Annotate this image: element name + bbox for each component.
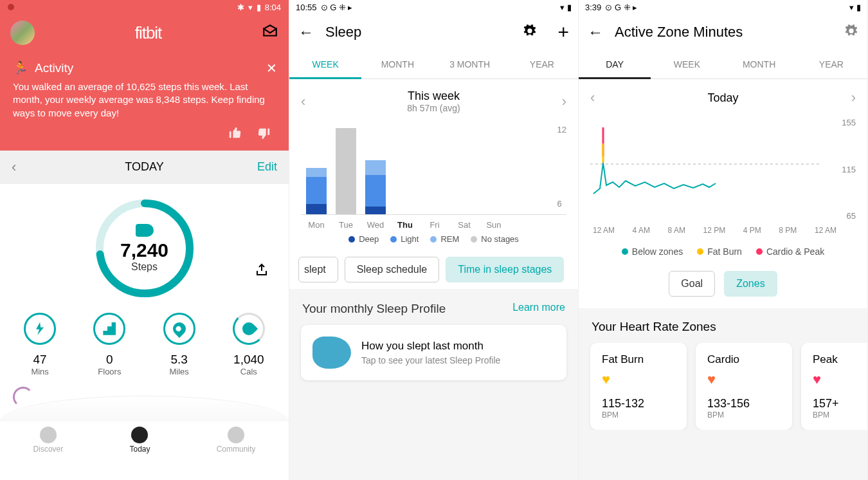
sleep-panel: 10:55 ⊙ G ⁜ ▸ ▾▮ ← Sleep + WEEK MONTH 3 … [289,0,579,480]
nav-community[interactable]: Community [217,427,256,454]
zone-card-cardio[interactable]: Cardio♥133-156BPM [696,343,792,430]
chevron-right-icon[interactable]: › [562,93,566,110]
status-time: 3:39 [585,3,601,12]
sleep-legend: Deep Light REM No stages [289,228,578,250]
today-label: TODAY [125,160,163,174]
whale-icon [312,337,351,369]
tab-week[interactable]: WEEK [289,50,361,78]
today-bar: ‹ TODAY Edit [0,151,289,184]
chip-goal[interactable]: Goal [669,271,715,297]
activity-card: 🏃 Activity ✕ You walked an average of 10… [0,51,289,151]
gear-icon[interactable] [523,24,537,41]
battery-icon: ▮ [856,3,861,12]
profile-section-header: Your monthly Sleep Profile Learn more [289,289,578,325]
back-arrow-icon[interactable]: ← [588,23,603,41]
tab-month[interactable]: MONTH [723,50,795,78]
heart-rate-chart[interactable]: 15511565 12 AM4 AM8 AM12 PM4 PM8 PM12 AM [579,111,867,240]
sleep-profile-card[interactable]: How you slept last month Tap to see your… [301,325,566,380]
azm-panel: 3:39 ⊙ G ⁜ ▸ ▾▮ ← Active Zone Minutes DA… [579,0,868,480]
bluetooth-icon: ✱ [237,3,244,12]
metric-mins[interactable]: 47Mins [24,313,56,376]
tab-year[interactable]: YEAR [506,50,578,78]
chip-schedule[interactable]: Sleep schedule [345,257,439,282]
runner-icon: 🏃 [13,60,28,75]
status-time: 10:55 [296,3,317,12]
app-header: fitbit [0,14,289,51]
gear-icon[interactable] [844,24,858,41]
tab-3month[interactable]: 3 MONTH [434,50,506,78]
chip-stages[interactable]: Time in sleep stages [446,257,564,282]
chevron-right-icon[interactable]: › [851,89,856,106]
sleep-header: ← Sleep + [289,14,578,50]
inbox-icon[interactable] [262,23,278,42]
page-title: Active Zone Minutes [615,24,833,41]
azm-legend: Below zones Fat Burn Cardio & Peak [579,240,867,267]
status-bar: ✱ ▾ ▮ 8:04 [0,0,289,14]
today-icon [131,427,148,443]
metric-cals[interactable]: 1,040Cals [233,313,265,376]
activity-title: Activity [35,61,73,75]
chevron-left-icon[interactable]: ‹ [301,93,305,110]
pin-icon [170,320,188,338]
bolt-icon [33,322,46,335]
wifi-icon: ▾ [560,3,565,12]
dashboard-panel: ✱ ▾ ▮ 8:04 fitbit 🏃 Activity ✕ You walke… [0,0,289,480]
chip-slept[interactable]: slept [298,257,338,282]
period-title: Today [707,91,738,105]
zone-cards: Fat Burn♥115-132BPM Cardio♥133-156BPM Pe… [579,343,867,430]
edit-button[interactable]: Edit [257,160,277,174]
tab-day[interactable]: DAY [579,50,651,78]
view-chips: slept Sleep schedule Time in sleep stage… [289,250,578,289]
compass-icon [40,427,57,443]
stairs-icon [103,322,116,335]
plus-icon[interactable]: + [557,21,569,43]
metric-miles[interactable]: 5.3Miles [163,313,195,376]
shoe-icon [136,224,154,237]
tab-week[interactable]: WEEK [651,50,723,78]
steps-value: 7,240 [120,239,168,261]
back-arrow-icon[interactable]: ← [298,23,314,41]
status-bar: 3:39 ⊙ G ⁜ ▸ ▾▮ [579,0,867,14]
share-button[interactable] [254,263,269,281]
zone-card-fatburn[interactable]: Fat Burn♥115-132BPM [590,343,687,430]
wifi-icon: ▾ [248,3,253,12]
sleep-chart[interactable]: 126 MonTueWedThuFriSatSun [289,118,578,228]
learn-more-link[interactable]: Learn more [512,302,565,316]
close-icon[interactable]: ✕ [266,60,277,76]
zone-card-peak[interactable]: Peak♥157+BPM [801,343,867,430]
heart-icon: ♥ [813,371,867,388]
azm-header: ← Active Zone Minutes [579,14,867,50]
app-icons: ⊙ G ⁜ ▸ [321,3,353,12]
thumbs-up-icon[interactable] [228,126,242,143]
battery-icon: ▮ [257,3,261,12]
period-nav: ‹ Today › [579,79,867,111]
metric-floors[interactable]: 0Floors [93,313,125,376]
page-title: Sleep [325,24,511,41]
tab-month[interactable]: MONTH [361,50,433,78]
period-subtitle: 8h 57m (avg) [407,103,460,113]
chip-zones[interactable]: Zones [724,271,777,297]
avatar[interactable] [10,21,35,45]
section-title: Your monthly Sleep Profile [302,302,446,316]
fitbit-logo: fitbit [135,23,162,43]
period-tabs: WEEK MONTH 3 MONTH YEAR [289,50,578,79]
metrics-row: 47Mins 0Floors 5.3Miles 1,040Cals [0,306,289,389]
nav-discover[interactable]: Discover [33,427,64,454]
tab-year[interactable]: YEAR [795,50,867,78]
period-title: This week [407,89,460,103]
nav-today[interactable]: Today [129,427,150,454]
card-title: How you slept last month [361,340,500,353]
heart-icon: ♥ [707,371,781,388]
chevron-left-icon[interactable]: ‹ [590,89,595,106]
chevron-left-icon[interactable]: ‹ [12,159,16,176]
steps-ring[interactable]: 7,240 Steps [93,197,196,300]
status-bar: 10:55 ⊙ G ⁜ ▸ ▾▮ [289,0,578,14]
period-nav: ‹ This week 8h 57m (avg) › [289,79,578,118]
bottom-nav: Discover Today Community [0,421,289,464]
curve-divider [0,396,289,421]
wifi-icon: ▾ [849,3,854,12]
thumbs-down-icon[interactable] [257,126,271,143]
app-icons: ⊙ G ⁜ ▸ [605,3,637,12]
period-tabs: DAY WEEK MONTH YEAR [579,50,867,79]
zone-chips: Goal Zones [579,267,867,308]
